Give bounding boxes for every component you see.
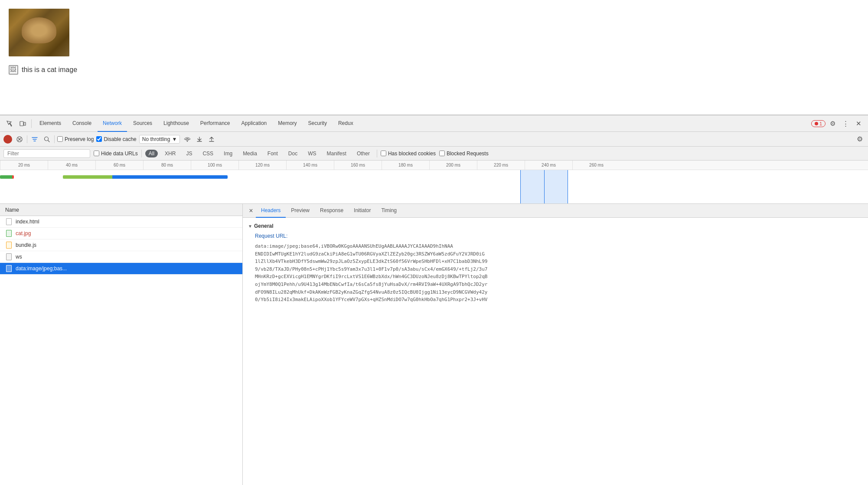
detail-content: ▼ General Request URL: data:image/jpeg;b… [243,218,868,485]
filter-font[interactable]: Font [264,150,281,157]
blocked-requests-checkbox[interactable] [439,151,445,156]
filter-doc[interactable]: Doc [285,150,301,157]
throttle-select[interactable]: No throttling ▼ [139,135,180,144]
network-conditions-button[interactable] [183,134,192,144]
requests-header: Name [0,204,242,216]
svg-rect-1 [24,122,26,125]
request-index-html[interactable]: index.html [0,216,242,228]
has-blocked-cookies-label[interactable]: Has blocked cookies [381,151,436,157]
timeline-chart [0,170,868,203]
main-content: Name index.html cat.jpg [0,204,868,485]
ruler-20ms: 20 ms [0,161,48,170]
blocked-requests-label[interactable]: Blocked Requests [439,151,489,157]
filter-img[interactable]: Img [220,150,236,157]
error-badge[interactable]: 1 [811,120,826,127]
clear-button[interactable] [15,134,24,144]
devtools-panel: Elements Console Network Sources Lightho… [0,115,868,485]
inspect-element-button[interactable] [3,118,16,130]
disable-cache-checkbox[interactable] [96,136,102,142]
throttle-arrow: ▼ [172,136,177,142]
request-ws[interactable]: ws [0,251,242,263]
request-name-index-html: index.html [16,219,237,225]
request-name-ws: ws [16,254,237,260]
url-line-1: data:image/jpeg;base64,iVBORw0KGgoAAAANS… [255,243,453,249]
tab-network[interactable]: Network [98,115,127,132]
ruler-220ms: 220 ms [477,161,525,170]
request-data-image[interactable]: data:image/jpeg;bas... [0,263,242,275]
tab-lighthouse[interactable]: Lighthouse [158,115,194,132]
ruler-240ms: 240 ms [525,161,572,170]
tab-performance[interactable]: Performance [195,115,235,132]
ruler-60ms: 60 ms [95,161,143,170]
general-section-title: General [254,223,274,229]
detail-tab-preview[interactable]: Preview [286,204,315,218]
network-settings-button[interactable]: ⚙ [855,134,865,144]
export-button[interactable] [207,134,216,144]
tab-sources[interactable]: Sources [128,115,157,132]
hide-data-urls-checkbox[interactable] [94,151,99,156]
tab-redux[interactable]: Redux [333,115,359,132]
request-url-row: Request URL: [248,231,863,241]
tab-security[interactable]: Security [303,115,332,132]
toolbar-sep-1 [27,135,27,143]
search-button[interactable] [42,134,52,144]
tab-elements[interactable]: Elements [34,115,66,132]
url-line-6: ojYmY8M0Q1Pehh/u9U413g14MbENbCwfIa/t6sCa… [255,282,487,287]
file-icon-img [6,230,12,237]
close-devtools-button[interactable]: ✕ [852,118,865,130]
filter-other[interactable]: Other [353,150,373,157]
url-line-7: dFO9N8ILu282qMhUkf+DkAKmWzFGB2yKnaZGqZfg… [255,289,487,295]
settings-button[interactable]: ⚙ [826,118,839,130]
general-section-header[interactable]: ▼ General [248,221,863,231]
import-button[interactable] [195,134,204,144]
request-cat-jpg[interactable]: cat.jpg [0,228,242,239]
detail-close-button[interactable]: × [246,206,256,216]
url-line-5: MHnKRzD+gcEXVicgH1EMNYgrDKfiI9rcLxtVS1E6… [255,274,487,279]
ruler-40ms: 40 ms [48,161,95,170]
record-button[interactable] [3,135,12,144]
filter-media[interactable]: Media [239,150,261,157]
detail-tab-headers[interactable]: Headers [256,204,286,218]
filter-xhr[interactable]: XHR [161,150,179,157]
filter-sep-1 [141,150,142,157]
has-blocked-cookies-checkbox[interactable] [381,151,386,156]
toolbar-sep-2 [54,135,55,143]
filter-toggle-button[interactable] [30,134,39,144]
waterfall-bar-2 [12,175,14,179]
ruler-260ms: 260 ms [572,161,620,170]
request-name-bundle-js: bundle.js [16,242,237,248]
preserve-log-checkbox[interactable] [57,136,63,142]
detail-tab-response[interactable]: Response [315,204,349,218]
request-icon-cat-jpg [5,230,12,237]
preserve-log-label[interactable]: Preserve log [57,136,94,142]
filter-css[interactable]: CSS [199,150,217,157]
filter-input[interactable] [3,149,90,158]
request-bundle-js[interactable]: bundle.js [0,239,242,251]
request-icon-data-image [5,265,12,272]
disable-cache-label[interactable]: Disable cache [96,136,136,142]
detail-tab-initiator[interactable]: Initiator [349,204,376,218]
disable-cache-text: Disable cache [104,136,136,142]
broken-image-line: this is a cat image [9,65,859,75]
cat-image [9,9,69,56]
filter-all[interactable]: All [145,150,158,157]
requests-header-label: Name [5,207,19,213]
filter-ws[interactable]: WS [304,150,320,157]
filter-manifest[interactable]: Manifest [323,150,350,157]
ruler-140ms: 140 ms [286,161,334,170]
error-count: 1 [819,121,822,126]
request-icon-index-html [5,218,12,225]
has-blocked-cookies-text: Has blocked cookies [388,151,436,157]
request-icon-ws [5,253,12,260]
filter-js[interactable]: JS [183,150,196,157]
detail-tab-timing[interactable]: Timing [376,204,402,218]
hide-data-urls-label[interactable]: Hide data URLs [94,151,138,157]
tab-memory[interactable]: Memory [273,115,302,132]
tab-console[interactable]: Console [67,115,97,132]
more-options-button[interactable]: ⋮ [839,118,852,130]
ruler-120ms: 120 ms [238,161,286,170]
ruler-200ms: 200 ms [429,161,477,170]
device-toolbar-button[interactable] [16,118,29,130]
url-line-8: 0/Yb5iI8i24Ix3makELAipoXXob1YFYceWV7pGXs… [255,297,487,302]
tab-application[interactable]: Application [236,115,272,132]
